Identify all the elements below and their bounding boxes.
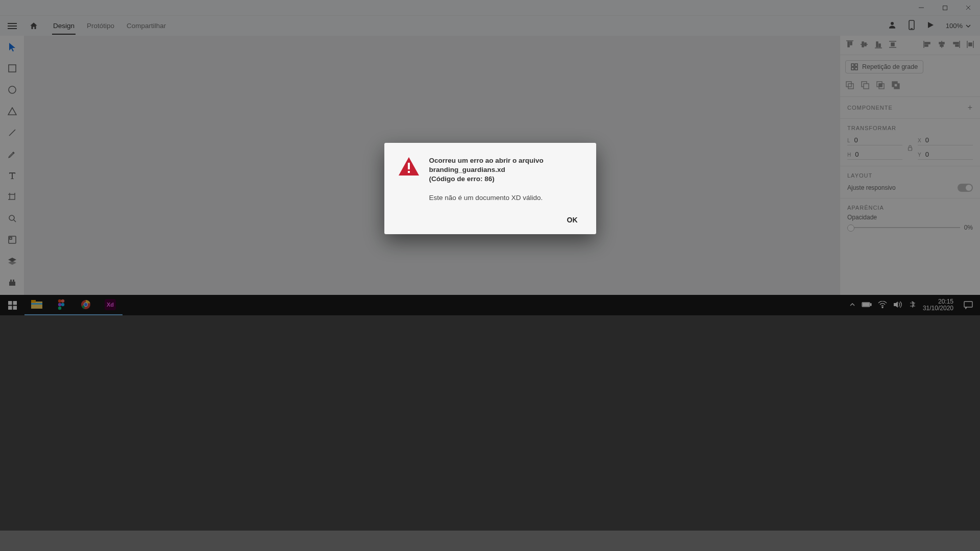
ok-button[interactable]: OK [562,213,583,227]
dialog-title-line3: (Código de erro: 86) [429,175,495,183]
dialog-body-text: Este não é um documento XD válido. [429,193,544,203]
dialog-title-line2: branding_guardians.xd [429,166,505,173]
dialog-title-line1: Ocorreu um erro ao abrir o arquivo [429,157,544,164]
svg-rect-71 [408,171,410,173]
modal-overlay: Ocorreu um erro ao abrir o arquivo brand… [0,0,980,531]
svg-rect-70 [408,163,410,169]
warning-icon [398,156,420,203]
workspace: Repetição de grade COMPONENTE + TRANSFOR… [0,36,980,295]
error-dialog: Ocorreu um erro ao abrir o arquivo brand… [384,143,596,234]
